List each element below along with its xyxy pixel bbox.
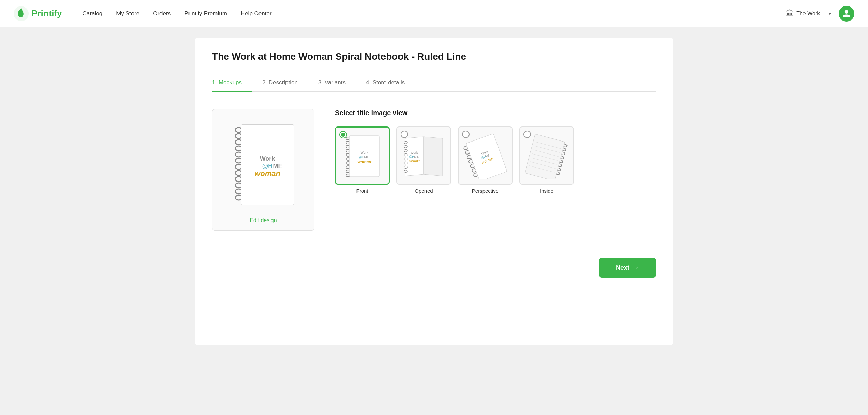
store-selector[interactable]: 🏛 The Work ... ▾ — [782, 6, 835, 21]
main-wrapper: The Work at Home Woman Spiral Notebook -… — [178, 27, 690, 366]
view-option-img-opened: Work @H ME woman — [396, 126, 451, 185]
content-card: The Work at Home Woman Spiral Notebook -… — [195, 38, 673, 345]
view-options: Work @H ME woman Front — [335, 126, 656, 194]
view-option-label-perspective: Perspective — [472, 188, 499, 194]
nav-help[interactable]: Help Center — [241, 10, 272, 17]
svg-text:Work: Work — [260, 155, 276, 162]
store-building-icon: 🏛 — [786, 9, 794, 18]
view-option-front[interactable]: Work @H ME woman Front — [335, 126, 390, 194]
view-option-inside[interactable]: Inside — [519, 126, 574, 194]
radio-front — [339, 131, 347, 138]
edit-design-link[interactable]: Edit design — [250, 217, 277, 224]
next-button[interactable]: Next → — [599, 258, 656, 278]
svg-text:ME: ME — [273, 163, 282, 170]
mockup-section: Work @H ME woman Edit design Select titl… — [212, 109, 656, 231]
chevron-down-icon: ▾ — [829, 11, 831, 16]
user-icon — [842, 9, 851, 18]
page-title: The Work at Home Woman Spiral Notebook -… — [212, 51, 656, 62]
view-selector: Select title image view — [335, 109, 656, 194]
navbar: Printify Catalog My Store Orders Printif… — [0, 0, 868, 27]
svg-text:Work: Work — [411, 151, 418, 155]
logo-text: Printify — [31, 8, 62, 19]
navbar-right: 🏛 The Work ... ▾ — [782, 6, 854, 22]
view-option-label-inside: Inside — [540, 188, 554, 194]
view-option-img-front: Work @H ME woman — [335, 126, 390, 185]
svg-text:woman: woman — [254, 169, 280, 178]
radio-opened — [401, 131, 408, 138]
tabs-bar: 1. Mockups 2. Description 3. Variants 4.… — [212, 75, 656, 92]
view-option-label-front: Front — [356, 188, 368, 194]
svg-text:woman: woman — [357, 160, 371, 164]
radio-inside — [523, 131, 531, 138]
svg-text:ME: ME — [364, 155, 369, 159]
nav-catalog[interactable]: Catalog — [83, 10, 103, 17]
main-nav: Catalog My Store Orders Printify Premium… — [83, 10, 782, 17]
tab-store-details[interactable]: 4. Store details — [366, 75, 415, 92]
view-selector-title: Select title image view — [335, 109, 656, 117]
svg-text:woman: woman — [409, 159, 420, 162]
tab-mockups[interactable]: 1. Mockups — [212, 75, 252, 92]
nav-premium[interactable]: Printify Premium — [184, 10, 227, 17]
radio-perspective — [462, 131, 470, 138]
store-name-label: The Work ... — [796, 11, 826, 17]
preview-notebook-svg: Work @H ME woman — [229, 120, 297, 209]
nav-my-store[interactable]: My Store — [116, 10, 139, 17]
tab-variants[interactable]: 3. Variants — [318, 75, 356, 92]
perspective-view-svg: Work @H ME woman — [463, 132, 507, 179]
logo[interactable]: Printify — [14, 6, 62, 21]
tab-description[interactable]: 2. Description — [262, 75, 308, 92]
preview-card: Work @H ME woman Edit design — [212, 109, 314, 231]
arrow-right-icon: → — [633, 264, 639, 271]
svg-text:ME: ME — [414, 155, 419, 158]
front-view-svg: Work @H ME woman — [342, 132, 383, 179]
svg-text:@H: @H — [358, 155, 364, 159]
svg-text:Work: Work — [360, 151, 368, 155]
view-option-label-opened: Opened — [415, 188, 433, 194]
view-option-perspective[interactable]: Work @H ME woman Perspective — [458, 126, 513, 194]
svg-text:@H: @H — [262, 163, 273, 170]
opened-view-svg: Work @H ME woman — [402, 132, 446, 179]
view-option-img-perspective: Work @H ME woman — [458, 126, 513, 185]
view-option-img-inside — [519, 126, 574, 185]
user-avatar-button[interactable] — [839, 6, 854, 22]
nav-orders[interactable]: Orders — [153, 10, 171, 17]
inside-view-svg — [524, 132, 569, 179]
preview-image-area: Work @H ME woman — [219, 116, 308, 212]
next-btn-container: Next → — [212, 258, 656, 278]
logo-icon — [14, 6, 29, 21]
view-option-opened[interactable]: Work @H ME woman Opened — [396, 126, 451, 194]
